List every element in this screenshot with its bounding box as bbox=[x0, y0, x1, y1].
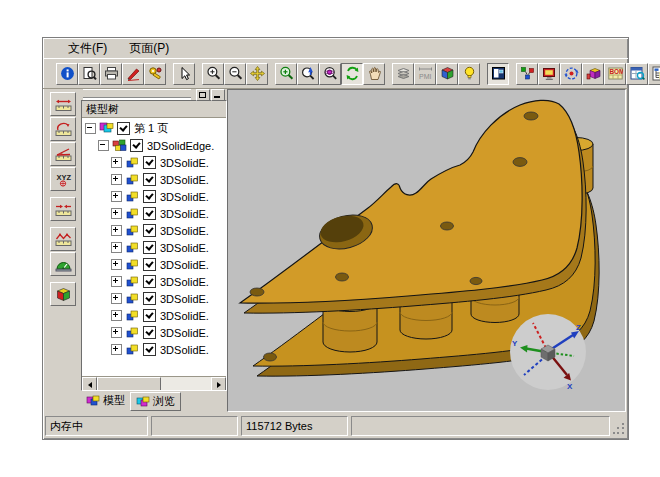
report-table-button[interactable] bbox=[626, 63, 648, 85]
tree-label[interactable]: 3DSolidE. bbox=[160, 242, 209, 254]
expand-expander[interactable] bbox=[111, 293, 122, 304]
grip-lines[interactable] bbox=[83, 89, 191, 98]
panel-maximize-button[interactable] bbox=[196, 89, 210, 101]
tree-label[interactable]: 3DSolidE. bbox=[160, 208, 209, 220]
expand-expander[interactable] bbox=[111, 191, 122, 202]
keys-button[interactable] bbox=[144, 63, 166, 85]
tree-row-part[interactable]: 3DSolidE. bbox=[82, 222, 226, 239]
tree-label[interactable]: 3DSolidE. bbox=[160, 276, 209, 288]
zoom-pointer-button[interactable] bbox=[297, 63, 319, 85]
scroll-right-button[interactable] bbox=[211, 377, 226, 391]
orbit-magnifier-button[interactable] bbox=[319, 63, 341, 85]
visibility-checkbox[interactable] bbox=[143, 292, 156, 305]
visibility-checkbox[interactable] bbox=[143, 190, 156, 203]
model-viewport[interactable]: Z Y X bbox=[227, 89, 626, 412]
expand-expander[interactable] bbox=[111, 208, 122, 219]
view-cube-button[interactable] bbox=[436, 63, 458, 85]
visibility-checkbox[interactable] bbox=[143, 241, 156, 254]
tree-row-part[interactable]: 3DSolidE. bbox=[82, 273, 226, 290]
screen-capture-button[interactable] bbox=[538, 63, 560, 85]
solid-box-button[interactable] bbox=[582, 63, 604, 85]
zoom-window-button[interactable] bbox=[275, 63, 297, 85]
expand-expander[interactable] bbox=[111, 259, 122, 270]
explode-button[interactable] bbox=[516, 63, 538, 85]
info-button[interactable] bbox=[56, 63, 78, 85]
measure-gap-button[interactable] bbox=[50, 197, 76, 221]
tree-row-part[interactable]: 3DSolidE. bbox=[82, 324, 226, 341]
tree-row-part[interactable]: 3DSolidE. bbox=[82, 154, 226, 171]
expand-expander[interactable] bbox=[111, 225, 122, 236]
visibility-checkbox[interactable] bbox=[143, 224, 156, 237]
panel-grip[interactable] bbox=[81, 89, 227, 100]
tab-browse[interactable]: 浏览 bbox=[130, 392, 181, 411]
scrollbar-track[interactable] bbox=[161, 377, 211, 390]
layers-button[interactable] bbox=[392, 63, 414, 85]
rotate-button[interactable] bbox=[341, 63, 363, 85]
tree-row-part[interactable]: 3DSolidE. bbox=[82, 239, 226, 256]
measure-polyline-button[interactable] bbox=[50, 227, 76, 251]
tree-label[interactable]: 3DSolidE. bbox=[160, 174, 209, 186]
expand-expander[interactable] bbox=[111, 327, 122, 338]
light-button[interactable] bbox=[458, 63, 480, 85]
bom-button[interactable]: BOM bbox=[604, 63, 626, 85]
measure-angle-button[interactable] bbox=[50, 142, 76, 166]
tree-row-part[interactable]: 3DSolidE. bbox=[82, 188, 226, 205]
expand-expander[interactable] bbox=[111, 276, 122, 287]
expand-expander[interactable] bbox=[111, 242, 122, 253]
resize-grip[interactable] bbox=[613, 423, 626, 436]
panel-toggle-button[interactable] bbox=[487, 63, 509, 85]
tree-label[interactable]: 3DSolidE. bbox=[160, 225, 209, 237]
expand-expander[interactable] bbox=[111, 157, 122, 168]
tree-label[interactable]: 3DSolidE. bbox=[160, 259, 209, 271]
print-button[interactable] bbox=[100, 63, 122, 85]
expand-expander[interactable] bbox=[111, 310, 122, 321]
pan-hand-button[interactable] bbox=[363, 63, 385, 85]
axis-triad[interactable]: Z Y X bbox=[510, 314, 586, 391]
tree-row-page[interactable]: 第 1 页 bbox=[82, 120, 226, 137]
tree-horizontal-scrollbar[interactable] bbox=[82, 376, 226, 390]
visibility-checkbox[interactable] bbox=[143, 207, 156, 220]
visibility-checkbox[interactable] bbox=[143, 258, 156, 271]
tree-label[interactable]: 第 1 页 bbox=[134, 121, 168, 136]
gauge-button[interactable] bbox=[50, 252, 76, 276]
tree-label[interactable]: 3DSolidE. bbox=[160, 293, 209, 305]
model-canvas[interactable]: Z Y X bbox=[228, 90, 625, 411]
tree-row-part[interactable]: 3DSolidE. bbox=[82, 256, 226, 273]
tree-label[interactable]: 3DSolidE. bbox=[160, 157, 209, 169]
visibility-checkbox[interactable] bbox=[143, 173, 156, 186]
scrollbar-thumb[interactable] bbox=[97, 377, 161, 391]
measure-radius-button[interactable] bbox=[50, 117, 76, 141]
tree-label[interactable]: 3DSolidE. bbox=[160, 191, 209, 203]
menu-file[interactable]: 文件(F) bbox=[59, 38, 116, 59]
tree-row-part[interactable]: 3DSolidE. bbox=[82, 290, 226, 307]
tree-row-part[interactable]: 3DSolidE. bbox=[82, 341, 226, 358]
zoom-out-button[interactable] bbox=[224, 63, 246, 85]
coordinate-xyz-button[interactable]: XYZ bbox=[50, 167, 76, 191]
menu-page[interactable]: 页面(P) bbox=[120, 38, 178, 59]
markup-button[interactable] bbox=[122, 63, 144, 85]
tree-row-assembly[interactable]: 3DSolidEdge. bbox=[82, 137, 226, 154]
visibility-checkbox[interactable] bbox=[130, 139, 143, 152]
visibility-checkbox[interactable] bbox=[117, 122, 130, 135]
tree-view-button[interactable] bbox=[648, 63, 660, 85]
bounding-box-button[interactable] bbox=[50, 282, 76, 306]
collapse-expander[interactable] bbox=[98, 140, 109, 151]
tree-row-part[interactable]: 3DSolidE. bbox=[82, 307, 226, 324]
pan-axes-button[interactable] bbox=[246, 63, 268, 85]
tree-label[interactable]: 3DSolidE. bbox=[160, 327, 209, 339]
zoom-in-button[interactable] bbox=[202, 63, 224, 85]
scroll-left-button[interactable] bbox=[82, 377, 97, 391]
expand-expander[interactable] bbox=[111, 344, 122, 355]
animate-rotate-button[interactable] bbox=[560, 63, 582, 85]
tree-label[interactable]: 3DSolidEdge. bbox=[147, 140, 214, 152]
print-preview-button[interactable] bbox=[78, 63, 100, 85]
select-button[interactable] bbox=[173, 63, 195, 85]
visibility-checkbox[interactable] bbox=[143, 156, 156, 169]
pmi-button[interactable]: PMI bbox=[414, 63, 436, 85]
expand-expander[interactable] bbox=[111, 174, 122, 185]
tree-label[interactable]: 3DSolidE. bbox=[160, 344, 209, 356]
tree-row-part[interactable]: 3DSolidE. bbox=[82, 205, 226, 222]
panel-hide-button[interactable] bbox=[211, 89, 225, 101]
visibility-checkbox[interactable] bbox=[143, 275, 156, 288]
visibility-checkbox[interactable] bbox=[143, 343, 156, 356]
